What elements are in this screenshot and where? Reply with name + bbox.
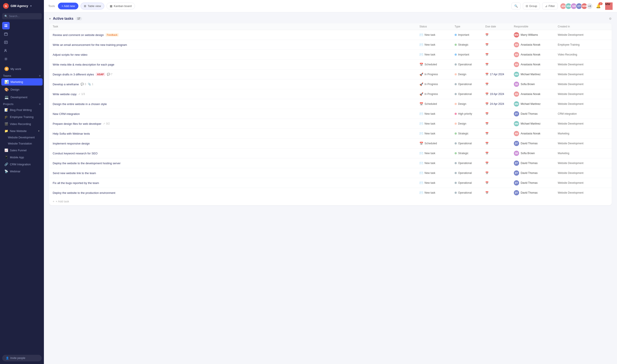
created-cell: Video Recording — [558, 53, 602, 56]
table-row[interactable]: Write an email announcement for the new … — [49, 40, 612, 50]
status-label: Scheduled — [425, 102, 437, 105]
resp-cell: DT David Thomas — [514, 141, 558, 146]
resp-name: David Thomas — [521, 112, 537, 115]
task-name-cell: Review and comment on website design Fee… — [53, 33, 419, 37]
search-bar[interactable]: 🔍 Search... — [2, 13, 42, 19]
calendar-icon: 📅 — [485, 92, 489, 96]
search-btn[interactable]: 🔍 — [511, 3, 521, 9]
group-btn[interactable]: ⊟ Group — [523, 3, 540, 9]
section-settings-icon[interactable]: ⚙ — [609, 17, 612, 20]
nav-calendar-icon[interactable] — [2, 30, 10, 38]
svg-rect-0 — [5, 24, 6, 26]
table-row[interactable]: Prepare design files for web developer ✓… — [49, 119, 612, 129]
status-label: New task — [425, 53, 435, 56]
calendar-icon: 📅 — [485, 102, 489, 105]
folder-icon: 📁 — [4, 129, 8, 133]
resp-cell: SB Sofia Brown — [514, 151, 558, 156]
status-label: New task — [425, 112, 435, 115]
type-cell: Operational — [454, 142, 485, 145]
sidebar-item-crm[interactable]: 🔗 CRM Integration — [1, 161, 42, 168]
add-new-btn[interactable]: + Add new — [58, 3, 78, 9]
sidebar-item-development[interactable]: 💻 Development — [1, 94, 42, 101]
nav-list-icon[interactable] — [2, 39, 10, 46]
app-header[interactable]: G GIM Agency ▾ — [0, 0, 44, 12]
table-row[interactable]: Deploy the website to the development ho… — [49, 158, 612, 168]
status-label: Scheduled — [425, 63, 437, 66]
teams-section-header: Teams + — [0, 73, 44, 78]
nav-people-icon[interactable] — [2, 47, 10, 54]
invite-icon: 👤 — [6, 357, 9, 360]
resp-cell: MM Michael Martinez — [514, 121, 558, 126]
nav-tasks-icon[interactable] — [2, 22, 10, 29]
table-row[interactable]: Conduct keyword research for SEO ✉️ New … — [49, 148, 612, 158]
table-view-btn[interactable]: ⊞ Table view — [81, 3, 104, 9]
type-dot — [454, 53, 457, 56]
resp-cell: DT David Thomas — [514, 111, 558, 117]
design-icon: 🎨 — [4, 88, 9, 92]
nav-settings-icon[interactable] — [2, 55, 10, 63]
task-rows-container: Review and comment on website design Fee… — [49, 30, 612, 197]
col-due: Due date — [485, 25, 514, 28]
table-row[interactable]: Develop a wireframe 💬 3📎 1 🚀 In Progress… — [49, 79, 612, 89]
resp-name: Sofia Brown — [521, 152, 535, 155]
sidebar-subitem-website-trans[interactable]: Website Translation — [1, 141, 42, 146]
task-name-text: Fix all the bugs reported by the team — [53, 181, 99, 185]
video-icon: 🎬 — [4, 122, 8, 126]
table-row[interactable]: Design drafts in 3 different styles ASAP… — [49, 69, 612, 79]
resp-name: Michael Martinez — [521, 102, 541, 105]
created-cell: Website Development — [558, 191, 602, 194]
avatar-more[interactable]: +3 — [586, 3, 593, 9]
section-toggle-icon[interactable]: ▾ — [49, 17, 51, 20]
table-row[interactable]: Design the entire website in a chosen st… — [49, 99, 612, 109]
tools-label: Tools — [48, 4, 55, 8]
table-row[interactable]: Write website copy ✓ 1/3 🚀 In Progress O… — [49, 89, 612, 99]
sidebar-item-video[interactable]: 🎬 Video Recording — [1, 121, 42, 127]
table-row[interactable]: Adjust scripts for new video ✉️ New task… — [49, 50, 612, 60]
type-cell: High priority — [454, 112, 485, 115]
sidebar-item-new-website[interactable]: 📁 New Website ▾ — [1, 128, 42, 134]
sidebar-item-sales[interactable]: 📈 Sales Funnel — [1, 147, 42, 154]
sidebar-subitem-website-dev[interactable]: Website Development — [1, 135, 42, 140]
table-row[interactable]: New CRM integration ✉️ New task High pri… — [49, 109, 612, 119]
invite-people-btn[interactable]: 👤 Invite people — [2, 355, 42, 361]
table-row[interactable]: Help Sofia with Webinar texts ✉️ New tas… — [49, 129, 612, 139]
webinar-icon: 📡 — [4, 169, 8, 173]
status-icon: 🚀 — [419, 92, 423, 96]
search-icon: 🔍 — [514, 4, 518, 8]
add-project-btn[interactable]: + — [39, 102, 41, 106]
created-cell: Website Development — [558, 63, 602, 66]
table-row[interactable]: Review and comment on website design Fee… — [49, 30, 612, 40]
sidebar-item-design[interactable]: 🎨 Design — [1, 86, 42, 93]
sidebar-item-blog[interactable]: 📝 Blog Post Writing — [1, 106, 42, 113]
sidebar-item-marketing[interactable]: 📊 Marketing — [1, 78, 42, 86]
sidebar-item-mobile[interactable]: 📱 Mobile App — [1, 154, 42, 160]
sidebar-item-training[interactable]: 🎓 Employee Training — [1, 114, 42, 120]
table-row[interactable]: Deploy the website to the production env… — [49, 188, 612, 197]
filter-btn[interactable]: ⊿ Filter — [542, 3, 558, 9]
user-avatar[interactable]: MW — [605, 2, 613, 10]
my-work-item[interactable]: M My work — [1, 65, 42, 73]
table-row[interactable]: Fix all the bugs reported by the team ✉️… — [49, 178, 612, 188]
type-cell: Operational — [454, 171, 485, 175]
add-task-row[interactable]: + + Add task — [49, 197, 612, 205]
type-dot — [454, 172, 457, 174]
kanban-view-btn[interactable]: ▦ Kanban board — [107, 3, 135, 9]
resp-avatar: MW — [514, 32, 519, 38]
expand-icon: ▾ — [38, 130, 40, 132]
resp-cell: AN Anastasia Novak — [514, 91, 558, 97]
type-cell: Strategic — [454, 43, 485, 46]
calendar-icon: 📅 — [485, 33, 489, 36]
task-name-cell: Implement responsive design — [53, 142, 419, 145]
type-label: Design — [458, 102, 466, 105]
task-name-cell: Deploy the website to the development ho… — [53, 162, 419, 165]
notification-btn[interactable]: 🔔 12 — [595, 3, 602, 9]
table-row[interactable]: Write meta title & meta description for … — [49, 60, 612, 69]
sidebar-item-webinar[interactable]: 📡 Webinar — [1, 168, 42, 175]
table-row[interactable]: Implement responsive design 📅 Scheduled … — [49, 139, 612, 148]
resp-name: David Thomas — [521, 171, 537, 175]
status-cell: ✉️ New task — [419, 161, 454, 165]
status-cell: ✉️ New task — [419, 171, 454, 175]
task-name-cell: Prepare design files for web developer ✓… — [53, 122, 419, 125]
add-team-btn[interactable]: + — [39, 74, 41, 78]
table-row[interactable]: Send new website link to the team ✉️ New… — [49, 168, 612, 178]
